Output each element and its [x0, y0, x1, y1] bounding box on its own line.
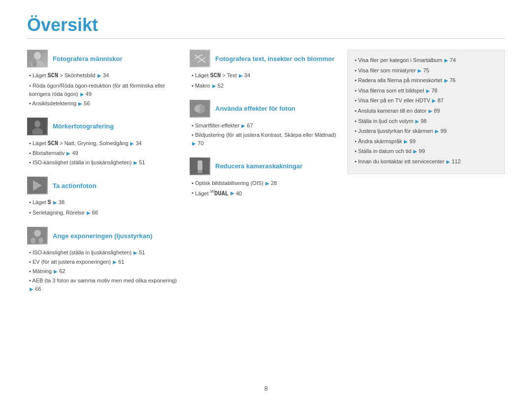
person-icon: [27, 50, 48, 67]
section-header-reducera-kameraskakningar: Reducera kameraskakningar: [190, 157, 337, 175]
section-morkerfotografering: Mörkerfotografering Läget SCN > Natt, Gr…: [27, 118, 180, 167]
section-title-fotografera-manniskor: Fotografera människor: [53, 55, 123, 62]
list-item: ISO-känslighet (ställa in ljuskänslighet…: [29, 158, 180, 167]
list-item: Mätning ▶ 62: [29, 267, 180, 276]
list-item: Justera ljusstyrkan för skärmen ▶ 99: [355, 127, 498, 136]
list-item: Läget SCN > Text ▶ 34: [192, 71, 337, 81]
list-item: AEB (ta 3 foton av samma motiv men med o…: [29, 277, 180, 293]
main-layout: Fotografera människor Läget SCN > Skönhe…: [27, 50, 505, 303]
exposure-icon: [27, 227, 48, 245]
section-title-ta-actionfoton: Ta actionfoton: [53, 182, 97, 189]
section-body-ange-exponeringen: ISO-känslighet (ställa in ljuskänslighet…: [27, 248, 180, 293]
list-item: Visa filer på en TV eller HDTV ▶ 87: [355, 96, 498, 105]
svg-rect-22: [198, 170, 202, 173]
svg-point-4: [34, 121, 40, 127]
effects-icon: [190, 100, 210, 118]
section-reducera-kameraskakningar: Reducera kameraskakningar Optisk bildsta…: [190, 157, 337, 198]
section-title-anvanda-effekter: Använda effekter för foton: [215, 105, 296, 112]
list-item: Serietagning, Rörelse ▶ 66: [29, 209, 180, 217]
list-item: Röda ögon/Röda ögon-reduktion (för att f…: [29, 82, 180, 98]
svg-point-19: [199, 105, 206, 112]
list-item: Bildjustering (för att justera Kontrast,…: [192, 131, 337, 148]
list-item: Visa filer som miniatyrer ▶ 75: [355, 66, 498, 75]
svg-point-0: [34, 52, 41, 60]
list-item: Ansiktsdetektering ▶ 56: [29, 99, 180, 108]
section-ange-exponeringen: Ange exponeringen (ljusstyrkan) ISO-käns…: [27, 227, 180, 293]
list-item: Ställa in ljud och volym ▶ 98: [355, 117, 498, 126]
list-item: Ansluta kameran till en dator ▶ 89: [355, 107, 498, 116]
section-fotografera-manniskor: Fotografera människor Läget SCN > Skönhe…: [27, 50, 180, 108]
section-ta-actionfoton: Ta actionfoton Läget S ▶ 38 Serietagning…: [27, 177, 180, 217]
svg-point-11: [38, 238, 43, 244]
list-item: Visa filer per kategori i Smartalbum ▶ 7…: [355, 56, 498, 65]
section-body-anvanda-effekter: Smartfilter-effekter ▶ 67 Bildjustering …: [190, 122, 337, 148]
right-column: Visa filer per kategori i Smartalbum ▶ 7…: [337, 50, 505, 303]
list-item: Läget S ▶ 38: [29, 198, 180, 208]
section-header-anvanda-effekter: Använda effekter för foton: [190, 100, 337, 118]
list-item: Läget SCN > Skönhetsbild ▶ 34: [29, 71, 180, 81]
page: Översikt Fotografera människor: [0, 0, 532, 401]
left-column: Fotografera människor Läget SCN > Skönhe…: [27, 50, 180, 303]
page-number: 8: [264, 385, 267, 392]
list-item: EV (för att justera exponeringen) ▶ 61: [29, 258, 180, 266]
page-title: Översikt: [27, 15, 505, 35]
dark-photo-icon: [27, 118, 48, 135]
list-item: Visa filerna som ett bildspel ▶ 78: [355, 87, 498, 95]
right-info-box: Visa filer per kategori i Smartalbum ▶ 7…: [347, 50, 505, 174]
section-header-morkerfotografering: Mörkerfotografering: [27, 118, 180, 135]
list-item: Ändra skärmspråk ▶ 99: [355, 137, 498, 146]
list-item: Smartfilter-effekter ▶ 67: [192, 122, 337, 130]
section-header-fotografera-text: Fotografera text, insekter och blommor: [190, 50, 337, 67]
section-title-morkerfotografering: Mörkerfotografering: [53, 123, 114, 130]
list-item: Läget SCN > Natt, Gryning, Solnedgång ▶ …: [29, 139, 180, 149]
section-body-fotografera-manniskor: Läget SCN > Skönhetsbild ▶ 34 Röda ögon/…: [27, 71, 180, 108]
section-title-ange-exponeringen: Ange exponeringen (ljusstyrkan): [53, 232, 152, 240]
section-fotografera-text: Fotografera text, insekter och blommor L…: [190, 50, 337, 90]
section-header-ange-exponeringen: Ange exponeringen (ljusstyrkan): [27, 227, 180, 245]
list-item: Innan du kontaktar ett servicecenter ▶ 1…: [355, 157, 498, 166]
section-header-fotografera-manniskor: Fotografera människor: [27, 50, 180, 67]
section-anvanda-effekter: Använda effekter för foton Smartfilter-e…: [190, 100, 337, 148]
svg-point-9: [34, 230, 41, 237]
list-item: Ställa in datum och tid ▶ 99: [355, 147, 498, 156]
section-title-fotografera-text: Fotografera text, insekter och blommor: [215, 55, 334, 62]
svg-rect-21: [198, 160, 202, 170]
list-item: Makro ▶ 52: [192, 82, 337, 90]
section-title-reducera-kameraskakningar: Reducera kameraskakningar: [215, 162, 302, 170]
list-item: Optisk bildstabilisering (OIS) ▶ 28: [192, 179, 337, 187]
list-item: Blixtalternativ ▶ 49: [29, 149, 180, 157]
title-divider: [27, 38, 505, 39]
list-item: Läget WDUAL ▶ 40: [192, 188, 337, 198]
svg-point-10: [31, 238, 35, 244]
section-body-ta-actionfoton: Läget S ▶ 38 Serietagning, Rörelse ▶ 66: [27, 198, 180, 217]
list-item: ISO-känslighet (ställa in ljuskänslighet…: [29, 248, 180, 257]
section-body-fotografera-text: Läget SCN > Text ▶ 34 Makro ▶ 52: [190, 71, 337, 90]
shake-icon: [190, 157, 210, 175]
action-icon: [27, 177, 48, 194]
section-body-morkerfotografering: Läget SCN > Natt, Gryning, Solnedgång ▶ …: [27, 139, 180, 167]
section-header-ta-actionfoton: Ta actionfoton: [27, 177, 180, 194]
mid-column: Fotografera text, insekter och blommor L…: [180, 50, 337, 303]
list-item: Radera alla filerna på minneskortet ▶ 76: [355, 76, 498, 85]
section-body-reducera-kameraskakningar: Optisk bildstabilisering (OIS) ▶ 28 Läge…: [190, 179, 337, 198]
text-photo-icon: [190, 50, 210, 67]
